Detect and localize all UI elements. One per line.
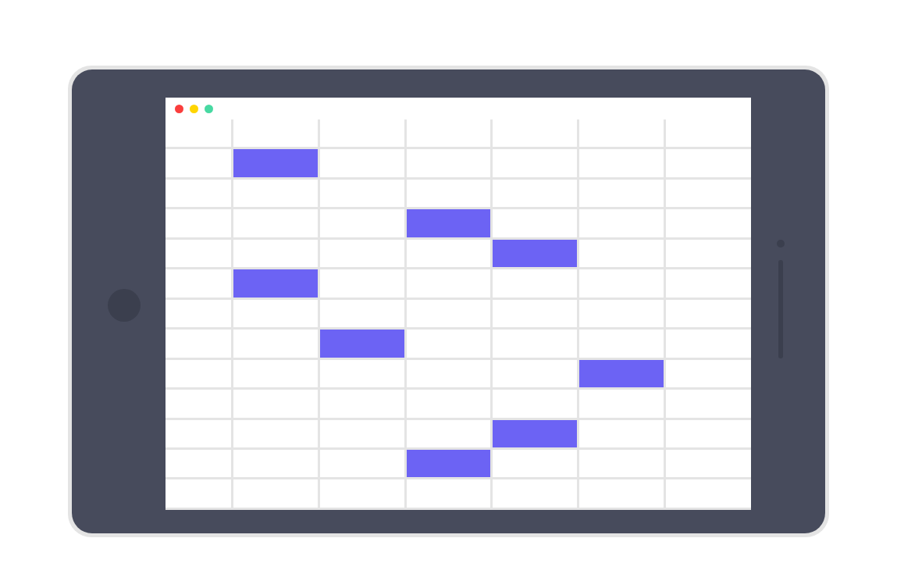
grid-cell[interactable] bbox=[319, 178, 405, 208]
grid-cell[interactable] bbox=[405, 298, 492, 328]
grid-cell[interactable] bbox=[166, 358, 233, 388]
grid-cell[interactable] bbox=[405, 448, 492, 478]
grid-cell[interactable] bbox=[319, 148, 405, 178]
grid-cell[interactable] bbox=[319, 238, 405, 268]
grid-cell[interactable] bbox=[664, 358, 751, 388]
grid-cell[interactable] bbox=[492, 208, 578, 238]
grid-cell[interactable] bbox=[492, 389, 578, 419]
grid-cell[interactable] bbox=[233, 238, 319, 268]
grid-cell[interactable] bbox=[166, 329, 233, 358]
grid-cell[interactable] bbox=[233, 448, 319, 478]
grid-cell[interactable] bbox=[166, 448, 233, 478]
grid-cell[interactable] bbox=[233, 358, 319, 388]
grid-cell[interactable] bbox=[319, 358, 405, 388]
grid-cell[interactable] bbox=[166, 298, 233, 328]
grid-cell[interactable] bbox=[166, 119, 233, 148]
app-window bbox=[166, 98, 751, 510]
grid-cell[interactable] bbox=[166, 178, 233, 208]
grid-cell[interactable] bbox=[664, 238, 751, 268]
grid-cell[interactable] bbox=[578, 269, 665, 298]
grid-cell[interactable] bbox=[492, 358, 578, 388]
grid-cell[interactable] bbox=[578, 448, 665, 478]
grid-cell[interactable] bbox=[405, 269, 492, 298]
grid-cell[interactable] bbox=[233, 269, 319, 298]
grid-cell[interactable] bbox=[405, 389, 492, 419]
grid-cell[interactable] bbox=[166, 269, 233, 298]
tablet-frame-outer bbox=[68, 66, 829, 537]
grid-cell[interactable] bbox=[664, 448, 751, 478]
grid-cell[interactable] bbox=[405, 178, 492, 208]
grid-cell[interactable] bbox=[319, 208, 405, 238]
grid-cell[interactable] bbox=[405, 238, 492, 268]
grid-cell[interactable] bbox=[664, 389, 751, 419]
grid-cell[interactable] bbox=[405, 419, 492, 448]
grid-cell[interactable] bbox=[166, 479, 233, 509]
grid-cell[interactable] bbox=[166, 389, 233, 419]
grid-cell[interactable] bbox=[578, 148, 665, 178]
grid-cell[interactable] bbox=[492, 178, 578, 208]
grid-cell[interactable] bbox=[664, 329, 751, 358]
grid-cell[interactable] bbox=[578, 479, 665, 509]
grid-cell[interactable] bbox=[578, 119, 665, 148]
grid-cell[interactable] bbox=[319, 419, 405, 448]
grid-cell[interactable] bbox=[405, 358, 492, 388]
grid-cell[interactable] bbox=[664, 298, 751, 328]
minimize-icon[interactable] bbox=[190, 105, 198, 113]
grid-cell[interactable] bbox=[578, 238, 665, 268]
grid-cell[interactable] bbox=[578, 178, 665, 208]
grid-cell[interactable] bbox=[578, 208, 665, 238]
window-title-bar bbox=[166, 98, 751, 119]
grid-cell[interactable] bbox=[664, 419, 751, 448]
grid-cell[interactable] bbox=[664, 119, 751, 148]
grid-cell[interactable] bbox=[166, 419, 233, 448]
grid-cell[interactable] bbox=[492, 329, 578, 358]
grid-cell[interactable] bbox=[233, 479, 319, 509]
grid-cell[interactable] bbox=[578, 298, 665, 328]
grid-cell[interactable] bbox=[664, 148, 751, 178]
grid-cell[interactable] bbox=[233, 208, 319, 238]
grid-cell[interactable] bbox=[166, 208, 233, 238]
grid-cell[interactable] bbox=[319, 298, 405, 328]
close-icon[interactable] bbox=[175, 105, 183, 113]
grid-cell[interactable] bbox=[492, 479, 578, 509]
grid-cell[interactable] bbox=[233, 119, 319, 148]
grid-cell[interactable] bbox=[492, 298, 578, 328]
grid-cell[interactable] bbox=[233, 178, 319, 208]
grid-cell[interactable] bbox=[578, 419, 665, 448]
grid-cell[interactable] bbox=[319, 389, 405, 419]
maximize-icon[interactable] bbox=[205, 105, 213, 113]
grid-cell[interactable] bbox=[664, 269, 751, 298]
grid-cell[interactable] bbox=[233, 298, 319, 328]
speaker-slit-icon bbox=[778, 260, 783, 358]
grid-cell[interactable] bbox=[578, 389, 665, 419]
grid-cell[interactable] bbox=[166, 148, 233, 178]
grid-cell[interactable] bbox=[664, 178, 751, 208]
grid-cell[interactable] bbox=[492, 419, 578, 448]
grid-cell[interactable] bbox=[233, 389, 319, 419]
grid-cell[interactable] bbox=[319, 479, 405, 509]
grid-cell[interactable] bbox=[319, 119, 405, 148]
grid-cell[interactable] bbox=[492, 448, 578, 478]
grid-cell[interactable] bbox=[405, 148, 492, 178]
grid-cell[interactable] bbox=[405, 119, 492, 148]
grid-cell[interactable] bbox=[319, 329, 405, 358]
grid-cell[interactable] bbox=[233, 419, 319, 448]
camera-dot-icon bbox=[777, 240, 785, 248]
grid-cell[interactable] bbox=[405, 479, 492, 509]
grid-cell[interactable] bbox=[492, 119, 578, 148]
grid-cell[interactable] bbox=[664, 479, 751, 509]
grid-cell[interactable] bbox=[166, 238, 233, 268]
spreadsheet-grid[interactable] bbox=[166, 119, 751, 510]
grid-cell[interactable] bbox=[492, 238, 578, 268]
grid-cell[interactable] bbox=[492, 269, 578, 298]
grid-cell[interactable] bbox=[492, 148, 578, 178]
grid-cell[interactable] bbox=[664, 208, 751, 238]
grid-cell[interactable] bbox=[405, 329, 492, 358]
grid-cell[interactable] bbox=[405, 208, 492, 238]
grid-cell[interactable] bbox=[578, 358, 665, 388]
grid-cell[interactable] bbox=[233, 329, 319, 358]
grid-cell[interactable] bbox=[319, 269, 405, 298]
grid-cell[interactable] bbox=[233, 148, 319, 178]
grid-cell[interactable] bbox=[319, 448, 405, 478]
grid-cell[interactable] bbox=[578, 329, 665, 358]
